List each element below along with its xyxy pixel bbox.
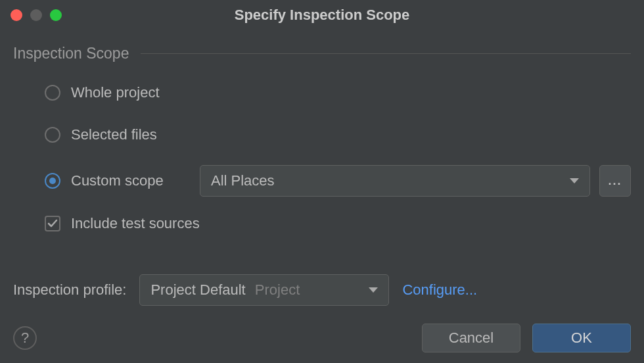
- profile-dropdown[interactable]: Project Default Project: [139, 274, 389, 306]
- scope-radio-group: Whole project Selected files Custom scop…: [13, 81, 631, 197]
- footer-buttons: Cancel OK: [422, 324, 631, 352]
- ellipsis-icon: ...: [608, 174, 622, 188]
- radio-custom-scope[interactable]: Custom scope: [45, 172, 189, 189]
- minimize-window-button[interactable]: [30, 9, 42, 21]
- radio-icon: [45, 127, 60, 143]
- window-controls: [11, 9, 62, 21]
- profile-value: Project Default: [150, 281, 245, 298]
- inspection-profile-row: Inspection profile: Project Default Proj…: [13, 274, 631, 306]
- section-divider: [141, 53, 631, 54]
- radio-icon: [45, 173, 60, 189]
- ok-button[interactable]: OK: [532, 324, 631, 352]
- chevron-down-icon: [570, 178, 579, 183]
- custom-scope-dropdown[interactable]: All Places: [200, 165, 590, 197]
- checkbox-icon: [45, 216, 60, 231]
- help-button[interactable]: ?: [13, 326, 37, 350]
- window-title: Specify Inspection Scope: [0, 7, 644, 24]
- radio-custom-scope-row: Custom scope All Places ...: [45, 165, 631, 197]
- titlebar: Specify Inspection Scope: [0, 0, 644, 30]
- configure-link[interactable]: Configure...: [402, 281, 477, 299]
- chevron-down-icon: [369, 287, 378, 293]
- radio-whole-project[interactable]: Whole project: [45, 81, 631, 105]
- cancel-button[interactable]: Cancel: [422, 324, 520, 352]
- radio-selected-files[interactable]: Selected files: [45, 123, 631, 147]
- radio-label: Custom scope: [71, 172, 164, 189]
- radio-label: Whole project: [71, 84, 160, 101]
- section-label: Inspection Scope: [13, 45, 129, 62]
- section-header: Inspection Scope: [13, 45, 631, 62]
- dropdown-value: All Places: [211, 172, 275, 189]
- radio-label: Selected files: [71, 126, 157, 143]
- help-icon: ?: [21, 329, 29, 347]
- dialog-footer: ? Cancel OK: [13, 324, 631, 352]
- scope-more-button[interactable]: ...: [599, 165, 631, 197]
- profile-label: Inspection profile:: [13, 281, 126, 299]
- profile-suffix: Project: [255, 281, 300, 298]
- radio-icon: [45, 85, 60, 101]
- checkbox-label: Include test sources: [71, 215, 200, 232]
- dialog-body: Inspection Scope Whole project Selected …: [0, 30, 644, 306]
- close-window-button[interactable]: [11, 9, 22, 21]
- include-tests-checkbox[interactable]: Include test sources: [13, 215, 631, 232]
- maximize-window-button[interactable]: [50, 9, 62, 21]
